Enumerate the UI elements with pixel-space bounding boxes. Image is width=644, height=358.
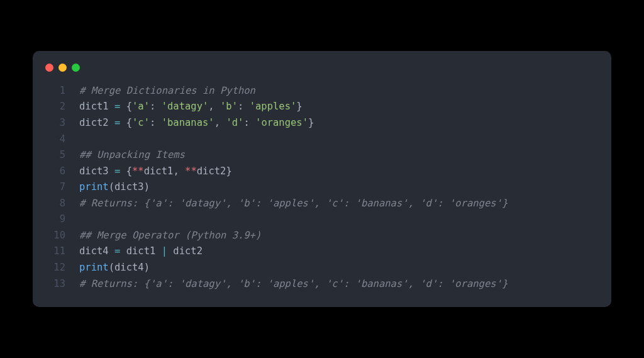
line-number: 12: [45, 260, 65, 276]
token: dict3: [114, 181, 144, 193]
token: dict2: [79, 117, 114, 128]
line-number: 8: [45, 196, 65, 212]
line-number: 11: [45, 243, 65, 260]
line-content: ## Unpacking Items: [79, 147, 185, 164]
code-block: 1# Merge Dictionaries in Python2dict1 = …: [33, 83, 611, 292]
token: :: [238, 101, 250, 112]
line-number: 13: [45, 276, 65, 293]
code-line: 2dict1 = {'a': 'datagy', 'b': 'apples'}: [33, 99, 611, 115]
token: dict2: [167, 245, 203, 257]
line-number: 10: [45, 228, 65, 244]
token: ,: [173, 165, 185, 177]
token: dict4: [79, 245, 114, 257]
line-number: 9: [45, 211, 65, 228]
code-line: 5## Unpacking Items: [33, 147, 611, 164]
token: dict1: [120, 245, 161, 257]
code-line: 1# Merge Dictionaries in Python: [33, 83, 611, 99]
line-content: # Returns: {'a': 'datagy', 'b': 'apples'…: [79, 276, 508, 293]
token: }: [296, 101, 302, 112]
token: dict1: [144, 165, 174, 177]
minimize-icon[interactable]: [58, 64, 67, 72]
code-line: 11dict4 = dict1 | dict2: [33, 243, 611, 260]
token: }: [308, 117, 314, 128]
token: [120, 117, 126, 128]
token: 'b': [220, 101, 238, 112]
line-content: dict1 = {'a': 'datagy', 'b': 'apples'}: [79, 99, 303, 115]
token: ,: [208, 101, 220, 112]
token: ): [144, 181, 150, 193]
token: :: [150, 101, 162, 112]
token: {: [126, 101, 132, 112]
token: dict1: [79, 101, 114, 112]
token: [120, 165, 126, 177]
token: 'oranges': [255, 117, 308, 128]
token: ## Unpacking Items: [79, 149, 185, 160]
line-number: 4: [45, 131, 65, 148]
code-line: 4: [33, 131, 611, 148]
code-line: 6dict3 = {**dict1, **dict2}: [33, 164, 611, 180]
code-line: 3dict2 = {'c': 'bananas', 'd': 'oranges'…: [33, 115, 611, 131]
line-content: ## Merge Operator (Python 3.9+): [79, 228, 261, 244]
token: =: [114, 117, 120, 128]
token: dict4: [114, 262, 144, 273]
code-line: 8# Returns: {'a': 'datagy', 'b': 'apples…: [33, 196, 611, 212]
token: :: [243, 117, 255, 128]
token: ,: [214, 117, 226, 128]
line-number: 2: [45, 99, 65, 115]
token: =: [114, 101, 120, 112]
code-window: 1# Merge Dictionaries in Python2dict1 = …: [33, 51, 611, 307]
code-line: 12print(dict4): [33, 260, 611, 276]
line-number: 3: [45, 115, 65, 131]
line-content: dict2 = {'c': 'bananas', 'd': 'oranges'}: [79, 115, 314, 131]
maximize-icon[interactable]: [72, 64, 80, 72]
token: |: [162, 245, 167, 257]
line-content: # Merge Dictionaries in Python: [79, 83, 255, 99]
token: print: [79, 262, 109, 273]
token: 'a': [132, 101, 150, 112]
line-content: print(dict3): [79, 179, 150, 196]
token: =: [114, 245, 120, 257]
token: [120, 101, 126, 112]
token: (: [109, 181, 114, 193]
token: # Merge Dictionaries in Python: [79, 85, 255, 96]
line-number: 1: [45, 83, 65, 99]
token: ## Merge Operator (Python 3.9+): [79, 230, 261, 241]
token: **: [132, 165, 144, 177]
line-number: 6: [45, 164, 65, 180]
token: :: [150, 117, 162, 128]
token: dict2: [197, 165, 226, 177]
token: {: [126, 117, 132, 128]
token: 'datagy': [162, 101, 209, 112]
token: 'd': [226, 117, 243, 128]
token: # Returns: {'a': 'datagy', 'b': 'apples'…: [79, 278, 508, 289]
token: }: [226, 165, 231, 177]
token: =: [114, 165, 120, 177]
line-content: dict4 = dict1 | dict2: [79, 243, 203, 260]
code-line: 9: [33, 211, 611, 228]
line-number: 7: [45, 179, 65, 196]
token: # Returns: {'a': 'datagy', 'b': 'apples'…: [79, 198, 508, 209]
token: **: [185, 165, 197, 177]
token: 'bananas': [162, 117, 214, 128]
line-content: [79, 131, 85, 148]
line-content: [79, 211, 85, 228]
code-line: 13# Returns: {'a': 'datagy', 'b': 'apple…: [33, 276, 611, 293]
window-titlebar: [33, 64, 611, 83]
line-content: print(dict4): [79, 260, 150, 276]
token: 'c': [132, 117, 150, 128]
token: 'apples': [250, 101, 297, 112]
line-content: dict3 = {**dict1, **dict2}: [79, 164, 232, 180]
token: {: [126, 165, 132, 177]
line-content: # Returns: {'a': 'datagy', 'b': 'apples'…: [79, 196, 508, 212]
token: (: [109, 262, 114, 273]
code-line: 10## Merge Operator (Python 3.9+): [33, 228, 611, 244]
line-number: 5: [45, 147, 65, 164]
token: ): [144, 262, 150, 273]
close-icon[interactable]: [45, 64, 53, 72]
token: dict3: [79, 165, 114, 177]
code-line: 7print(dict3): [33, 179, 611, 196]
token: print: [79, 181, 109, 193]
